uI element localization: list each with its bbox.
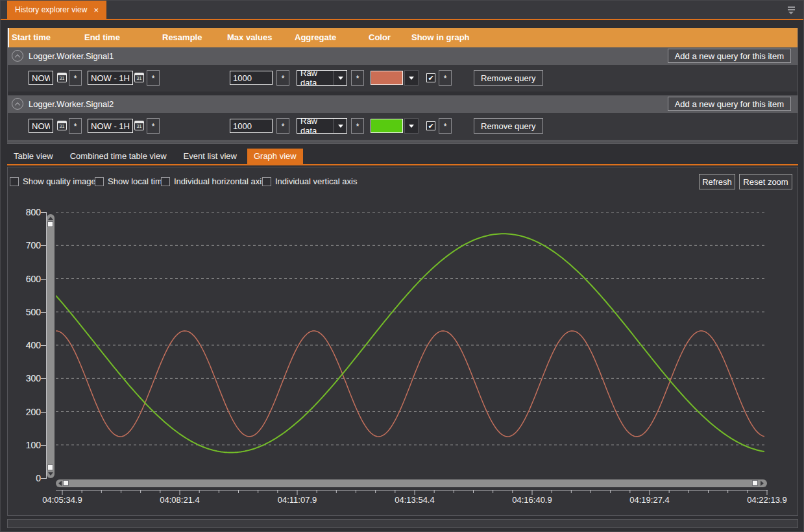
x-tick-label: 04:16:40.9 [500,495,565,505]
aggregate-dropdown[interactable]: Raw data [297,118,347,134]
option-show-local-time[interactable]: Show local time [95,176,167,186]
query-table: Start time End time Resample Max values … [7,28,798,141]
y-tick-mark [41,378,46,379]
y-tick-mark [41,478,46,479]
checkbox[interactable] [10,177,19,186]
remove-query-button[interactable]: Remove query [474,118,543,134]
color-caret-box[interactable] [404,70,419,86]
show-in-graph-checkbox[interactable]: ✔ [426,121,435,130]
color-picker[interactable] [371,70,419,86]
start-wildcard-button[interactable]: * [69,118,82,134]
horizontal-zoom-scrollbar[interactable] [56,479,767,487]
tab-event-list-view[interactable]: Event list view [177,149,243,164]
h-slider-right-thumb[interactable] [752,480,758,486]
end-wildcard-button[interactable]: * [147,118,160,134]
y-tick-label: 600 [12,273,41,285]
aggregate-wildcard-button[interactable]: * [351,70,364,86]
end-time-input[interactable] [88,71,133,85]
column-max-values: Max values [227,32,272,42]
add-query-button[interactable]: Add a new query for this item [668,49,791,63]
calendar-icon[interactable]: 31 [57,72,67,83]
view-tabs: Table view Combined time table view Even… [7,149,798,165]
signal1-group-row: Logger.Worker.Signal1 Add a new query fo… [8,47,798,65]
panel-splitter[interactable] [7,141,798,144]
option-individual-horizontal-axis[interactable]: Individual horizontal axis [161,176,266,186]
column-color: Color [369,32,391,42]
tab-history-explorer-view[interactable]: History explorer view × [7,1,106,19]
color-caret-box[interactable] [404,118,419,134]
x-tick-label: 04:11:07.9 [265,495,330,505]
add-query-button[interactable]: Add a new query for this item [668,97,791,111]
option-individual-vertical-axis[interactable]: Individual vertical axis [262,176,357,186]
y-tick-mark [41,212,46,213]
tab-strip: History explorer view × [1,1,804,20]
dropdown-caret-box[interactable] [334,71,347,85]
checkbox[interactable] [161,177,170,186]
column-aggregate: Aggregate [295,32,336,42]
show-wildcard-button[interactable]: * [439,70,452,86]
calendar-icon[interactable]: 31 [134,120,145,131]
checkbox[interactable] [262,177,271,186]
collapse-bars-icon [788,6,795,8]
start-wildcard-button[interactable]: * [69,70,82,86]
max-values-input[interactable] [230,119,273,133]
option-show-quality-image[interactable]: Show quality image [10,176,96,186]
y-tick-label: 500 [12,306,41,318]
calendar-icon[interactable]: 31 [57,120,67,131]
start-time-input[interactable] [29,71,53,85]
scroll-down-icon[interactable] [48,472,53,476]
signal1-query-row: 31 * 31 * * Raw data * ✔ * Remove query [8,65,798,91]
aggregate-dropdown[interactable]: Raw data [297,70,347,86]
end-time-input[interactable] [88,119,133,133]
column-resample: Resample [162,32,202,42]
calendar-icon[interactable]: 31 [134,72,145,83]
v-slider-top-thumb[interactable] [47,221,53,227]
signal2-name: Logger.Worker.Signal2 [29,95,114,113]
vertical-zoom-scrollbar[interactable] [47,214,55,478]
chevron-down-icon [338,77,343,80]
close-icon[interactable]: × [93,6,99,14]
dropdown-caret-box[interactable] [334,119,347,133]
chevron-down-icon [409,125,414,128]
refresh-button[interactable]: Refresh [699,174,735,189]
checkbox[interactable] [95,177,104,186]
y-tick-label: 400 [12,339,41,351]
series-line-2 [56,234,764,452]
scroll-up-icon[interactable] [48,217,53,220]
remove-query-button[interactable]: Remove query [474,70,543,86]
y-tick-label: 700 [12,239,41,251]
tab-combined-time-table-view[interactable]: Combined time table view [64,149,173,164]
tab-table-view[interactable]: Table view [7,149,60,164]
y-tick-label: 200 [12,406,41,418]
h-slider-left-thumb[interactable] [63,480,69,486]
collapse-panel-icon[interactable] [787,6,796,14]
series-line-1 [56,331,764,437]
x-tick-label: 04:22:13.9 [735,495,799,505]
aggregate-wildcard-button[interactable]: * [351,118,364,134]
color-picker[interactable] [371,118,419,134]
v-slider-bottom-thumb[interactable] [47,465,53,470]
color-swatch[interactable] [371,119,403,133]
collapse-item-icon[interactable] [12,50,23,62]
start-time-input[interactable] [29,119,53,133]
tab-graph-view[interactable]: Graph view [247,149,303,164]
y-tick-mark [41,445,46,446]
collapse-item-icon[interactable] [12,98,23,110]
reset-zoom-button[interactable]: Reset zoom [739,174,792,189]
show-in-graph-checkbox[interactable]: ✔ [426,73,435,82]
color-swatch[interactable] [371,71,403,85]
tab-title: History explorer view [15,5,87,14]
x-tick-label: 04:19:27.4 [617,495,682,505]
y-tick-mark [41,345,46,346]
scroll-left-icon[interactable] [58,481,62,486]
signal2-query-row: 31 * 31 * * Raw data * ✔ * Remove query [8,113,798,139]
show-wildcard-button[interactable]: * [439,118,452,134]
y-tick-mark [41,245,46,246]
end-wildcard-button[interactable]: * [147,70,160,86]
max-values-input[interactable] [230,71,273,85]
graph-plot-area[interactable] [56,212,764,479]
scroll-right-icon[interactable] [761,481,764,486]
max-values-wildcard-button[interactable]: * [276,118,289,134]
max-values-wildcard-button[interactable]: * [276,70,289,86]
query-table-header: Start time End time Resample Max values … [8,28,798,47]
